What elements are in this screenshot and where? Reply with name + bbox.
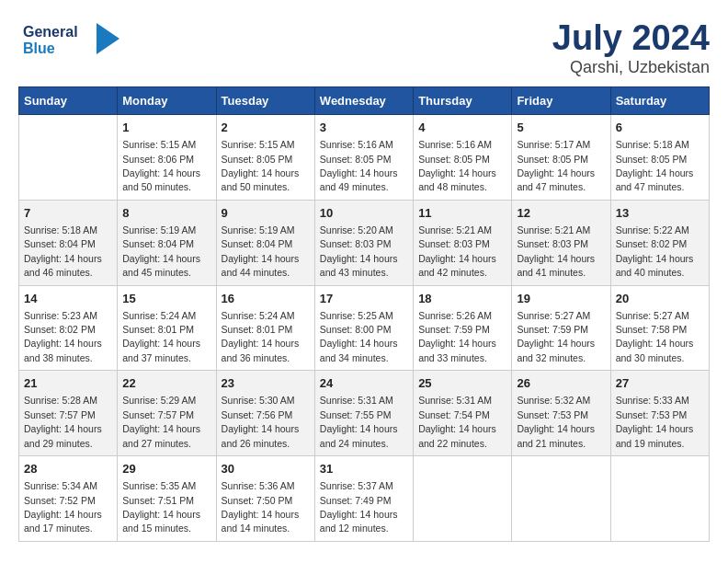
- logo-general: General Blue: [18, 18, 129, 65]
- calendar-cell: [512, 456, 610, 542]
- day-info: Sunrise: 5:16 AM Sunset: 8:05 PM Dayligh…: [320, 139, 398, 192]
- day-number: 22: [122, 375, 210, 392]
- calendar-week-3: 14Sunrise: 5:23 AM Sunset: 8:02 PM Dayli…: [19, 285, 710, 371]
- calendar-cell: 10Sunrise: 5:20 AM Sunset: 8:03 PM Dayli…: [314, 200, 413, 285]
- calendar-week-2: 7Sunrise: 5:18 AM Sunset: 8:04 PM Daylig…: [19, 200, 710, 285]
- day-number: 12: [517, 205, 605, 222]
- calendar-cell: [19, 115, 118, 201]
- svg-marker-0: [97, 23, 119, 54]
- day-number: 9: [222, 205, 310, 222]
- calendar-cell: [414, 456, 512, 542]
- calendar-cell: 18Sunrise: 5:26 AM Sunset: 7:59 PM Dayli…: [414, 285, 512, 371]
- day-info: Sunrise: 5:32 AM Sunset: 7:53 PM Dayligh…: [517, 395, 595, 448]
- day-info: Sunrise: 5:30 AM Sunset: 7:56 PM Dayligh…: [222, 395, 300, 448]
- day-info: Sunrise: 5:34 AM Sunset: 7:52 PM Dayligh…: [24, 480, 102, 534]
- weekday-header-wednesday: Wednesday: [314, 87, 413, 115]
- day-number: 26: [517, 375, 605, 392]
- calendar-header: SundayMondayTuesdayWednesdayThursdayFrid…: [19, 87, 710, 115]
- day-number: 27: [616, 375, 704, 392]
- weekday-header-thursday: Thursday: [414, 87, 512, 115]
- day-number: 21: [24, 375, 112, 392]
- calendar-cell: 15Sunrise: 5:24 AM Sunset: 8:01 PM Dayli…: [118, 285, 216, 371]
- calendar-body: 1Sunrise: 5:15 AM Sunset: 8:06 PM Daylig…: [19, 115, 710, 542]
- day-number: 15: [122, 291, 210, 307]
- day-info: Sunrise: 5:21 AM Sunset: 8:03 PM Dayligh…: [517, 224, 595, 278]
- day-info: Sunrise: 5:16 AM Sunset: 8:05 PM Dayligh…: [418, 139, 496, 192]
- day-number: 29: [122, 461, 210, 477]
- main-title: July 2024: [552, 18, 710, 58]
- calendar-cell: 8Sunrise: 5:19 AM Sunset: 8:04 PM Daylig…: [118, 200, 216, 285]
- calendar-cell: 5Sunrise: 5:17 AM Sunset: 8:05 PM Daylig…: [512, 115, 610, 201]
- day-info: Sunrise: 5:22 AM Sunset: 8:02 PM Dayligh…: [616, 224, 694, 278]
- day-number: 7: [24, 205, 112, 222]
- day-info: Sunrise: 5:23 AM Sunset: 8:02 PM Dayligh…: [24, 310, 102, 363]
- day-number: 25: [418, 375, 506, 392]
- day-number: 16: [222, 291, 310, 307]
- calendar-cell: 24Sunrise: 5:31 AM Sunset: 7:55 PM Dayli…: [314, 371, 413, 456]
- calendar-cell: 27Sunrise: 5:33 AM Sunset: 7:53 PM Dayli…: [610, 371, 709, 456]
- calendar-cell: 21Sunrise: 5:28 AM Sunset: 7:57 PM Dayli…: [19, 371, 118, 456]
- calendar-cell: 6Sunrise: 5:18 AM Sunset: 8:05 PM Daylig…: [610, 115, 709, 201]
- day-number: 14: [24, 291, 112, 307]
- calendar-cell: 20Sunrise: 5:27 AM Sunset: 7:58 PM Dayli…: [610, 285, 709, 371]
- calendar-cell: 1Sunrise: 5:15 AM Sunset: 8:06 PM Daylig…: [118, 115, 216, 201]
- calendar-cell: 4Sunrise: 5:16 AM Sunset: 8:05 PM Daylig…: [414, 115, 512, 201]
- day-info: Sunrise: 5:18 AM Sunset: 8:05 PM Dayligh…: [616, 139, 694, 192]
- calendar-cell: [610, 456, 709, 542]
- weekday-header-sunday: Sunday: [19, 87, 118, 115]
- day-info: Sunrise: 5:19 AM Sunset: 8:04 PM Dayligh…: [122, 224, 200, 278]
- calendar-week-4: 21Sunrise: 5:28 AM Sunset: 7:57 PM Dayli…: [19, 371, 710, 456]
- calendar-cell: 17Sunrise: 5:25 AM Sunset: 8:00 PM Dayli…: [314, 285, 413, 371]
- day-info: Sunrise: 5:31 AM Sunset: 7:55 PM Dayligh…: [320, 395, 398, 448]
- day-info: Sunrise: 5:20 AM Sunset: 8:03 PM Dayligh…: [320, 224, 398, 278]
- day-info: Sunrise: 5:27 AM Sunset: 7:58 PM Dayligh…: [616, 310, 694, 363]
- day-number: 2: [222, 120, 310, 136]
- calendar-cell: 28Sunrise: 5:34 AM Sunset: 7:52 PM Dayli…: [19, 456, 118, 542]
- day-info: Sunrise: 5:24 AM Sunset: 8:01 PM Dayligh…: [122, 310, 200, 363]
- day-info: Sunrise: 5:17 AM Sunset: 8:05 PM Dayligh…: [517, 139, 595, 192]
- day-info: Sunrise: 5:31 AM Sunset: 7:54 PM Dayligh…: [418, 395, 496, 448]
- day-info: Sunrise: 5:18 AM Sunset: 8:04 PM Dayligh…: [24, 224, 102, 278]
- weekday-header-friday: Friday: [512, 87, 610, 115]
- day-number: 24: [320, 375, 408, 392]
- day-number: 8: [122, 205, 210, 222]
- calendar-cell: 13Sunrise: 5:22 AM Sunset: 8:02 PM Dayli…: [610, 200, 709, 285]
- day-info: Sunrise: 5:19 AM Sunset: 8:04 PM Dayligh…: [222, 224, 300, 278]
- weekday-header-monday: Monday: [118, 87, 216, 115]
- day-info: Sunrise: 5:24 AM Sunset: 8:01 PM Dayligh…: [222, 310, 300, 363]
- day-number: 20: [616, 291, 704, 307]
- calendar-table: SundayMondayTuesdayWednesdayThursdayFrid…: [18, 86, 710, 542]
- day-info: Sunrise: 5:28 AM Sunset: 7:57 PM Dayligh…: [24, 395, 102, 448]
- calendar-cell: 2Sunrise: 5:15 AM Sunset: 8:05 PM Daylig…: [216, 115, 314, 201]
- calendar-week-1: 1Sunrise: 5:15 AM Sunset: 8:06 PM Daylig…: [19, 115, 710, 201]
- day-number: 13: [616, 205, 704, 222]
- day-info: Sunrise: 5:26 AM Sunset: 7:59 PM Dayligh…: [418, 310, 496, 363]
- calendar-cell: 3Sunrise: 5:16 AM Sunset: 8:05 PM Daylig…: [314, 115, 413, 201]
- calendar-cell: 7Sunrise: 5:18 AM Sunset: 8:04 PM Daylig…: [19, 200, 118, 285]
- day-info: Sunrise: 5:21 AM Sunset: 8:03 PM Dayligh…: [418, 224, 496, 278]
- svg-text:Blue: Blue: [23, 40, 55, 56]
- calendar-cell: 9Sunrise: 5:19 AM Sunset: 8:04 PM Daylig…: [216, 200, 314, 285]
- day-number: 19: [517, 291, 605, 307]
- calendar-cell: 29Sunrise: 5:35 AM Sunset: 7:51 PM Dayli…: [118, 456, 216, 542]
- day-info: Sunrise: 5:36 AM Sunset: 7:50 PM Dayligh…: [222, 480, 300, 534]
- day-number: 23: [222, 375, 310, 392]
- weekday-header-saturday: Saturday: [610, 87, 709, 115]
- day-number: 6: [616, 120, 704, 136]
- calendar-cell: 26Sunrise: 5:32 AM Sunset: 7:53 PM Dayli…: [512, 371, 610, 456]
- weekday-header-row: SundayMondayTuesdayWednesdayThursdayFrid…: [19, 87, 710, 115]
- calendar-cell: 19Sunrise: 5:27 AM Sunset: 7:59 PM Dayli…: [512, 285, 610, 371]
- day-info: Sunrise: 5:15 AM Sunset: 8:05 PM Dayligh…: [222, 139, 300, 192]
- day-number: 4: [418, 120, 506, 136]
- day-info: Sunrise: 5:27 AM Sunset: 7:59 PM Dayligh…: [517, 310, 595, 363]
- calendar-cell: 12Sunrise: 5:21 AM Sunset: 8:03 PM Dayli…: [512, 200, 610, 285]
- logo: General Blue: [18, 18, 129, 65]
- day-info: Sunrise: 5:15 AM Sunset: 8:06 PM Dayligh…: [122, 139, 200, 192]
- calendar-cell: 30Sunrise: 5:36 AM Sunset: 7:50 PM Dayli…: [216, 456, 314, 542]
- calendar-cell: 11Sunrise: 5:21 AM Sunset: 8:03 PM Dayli…: [414, 200, 512, 285]
- weekday-header-tuesday: Tuesday: [216, 87, 314, 115]
- calendar-cell: 31Sunrise: 5:37 AM Sunset: 7:49 PM Dayli…: [314, 456, 413, 542]
- day-info: Sunrise: 5:25 AM Sunset: 8:00 PM Dayligh…: [320, 310, 398, 363]
- calendar-cell: 23Sunrise: 5:30 AM Sunset: 7:56 PM Dayli…: [216, 371, 314, 456]
- title-block: July 2024 Qarshi, Uzbekistan: [552, 18, 710, 77]
